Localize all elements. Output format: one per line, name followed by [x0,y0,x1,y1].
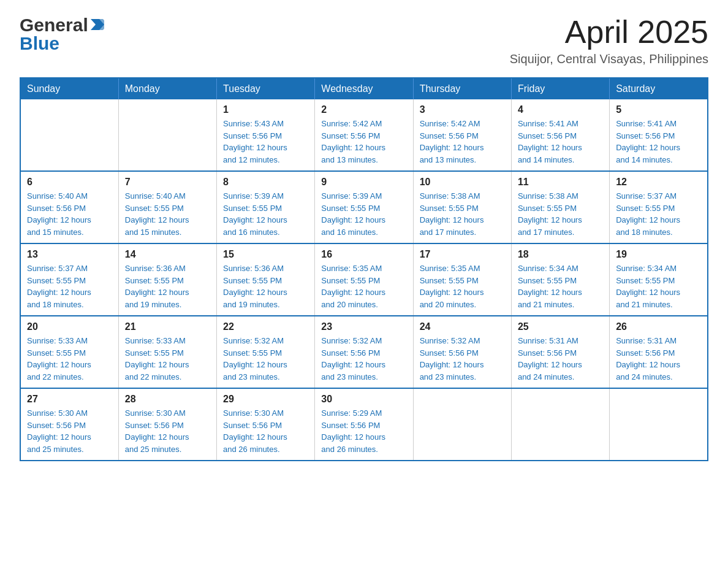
day-info: Sunrise: 5:41 AMSunset: 5:56 PMDaylight:… [518,118,603,166]
calendar-cell: 24Sunrise: 5:32 AMSunset: 5:56 PMDayligh… [413,316,511,388]
day-info: Sunrise: 5:40 AMSunset: 5:56 PMDaylight:… [27,190,112,238]
calendar-day-header: Monday [118,78,216,99]
calendar-table: SundayMondayTuesdayWednesdayThursdayFrid… [20,77,708,461]
calendar-day-header: Sunday [20,78,118,99]
day-number: 24 [420,321,505,332]
day-info: Sunrise: 5:37 AMSunset: 5:55 PMDaylight:… [27,262,112,310]
day-info: Sunrise: 5:41 AMSunset: 5:56 PMDaylight:… [616,118,701,166]
day-number: 12 [616,177,701,188]
day-number: 26 [616,321,701,332]
day-info: Sunrise: 5:38 AMSunset: 5:55 PMDaylight:… [420,190,505,238]
calendar-cell: 28Sunrise: 5:30 AMSunset: 5:56 PMDayligh… [118,388,216,461]
page-subtitle: Siquijor, Central Visayas, Philippines [510,52,708,66]
calendar-cell: 14Sunrise: 5:36 AMSunset: 5:55 PMDayligh… [118,243,216,316]
calendar-cell: 2Sunrise: 5:42 AMSunset: 5:56 PMDaylight… [315,99,413,171]
logo-blue-text: Blue [20,33,59,54]
day-number: 30 [321,394,406,405]
calendar-cell: 11Sunrise: 5:38 AMSunset: 5:55 PMDayligh… [511,171,609,243]
day-number: 28 [125,394,210,405]
calendar-cell: 16Sunrise: 5:35 AMSunset: 5:55 PMDayligh… [315,243,413,316]
calendar-cell [413,388,511,461]
calendar-cell: 21Sunrise: 5:33 AMSunset: 5:55 PMDayligh… [118,316,216,388]
calendar-cell: 17Sunrise: 5:35 AMSunset: 5:55 PMDayligh… [413,243,511,316]
day-info: Sunrise: 5:35 AMSunset: 5:55 PMDaylight:… [420,262,505,310]
calendar-cell: 4Sunrise: 5:41 AMSunset: 5:56 PMDaylight… [511,99,609,171]
day-number: 6 [27,177,112,188]
day-info: Sunrise: 5:42 AMSunset: 5:56 PMDaylight:… [420,118,505,166]
day-info: Sunrise: 5:32 AMSunset: 5:55 PMDaylight:… [223,335,308,383]
calendar-cell: 1Sunrise: 5:43 AMSunset: 5:56 PMDaylight… [217,99,315,171]
calendar-cell: 3Sunrise: 5:42 AMSunset: 5:56 PMDaylight… [413,99,511,171]
day-number: 29 [223,394,308,405]
calendar-cell: 18Sunrise: 5:34 AMSunset: 5:55 PMDayligh… [511,243,609,316]
calendar-cell: 7Sunrise: 5:40 AMSunset: 5:55 PMDaylight… [118,171,216,243]
calendar-header-row: SundayMondayTuesdayWednesdayThursdayFrid… [20,78,708,99]
day-number: 16 [321,249,406,260]
day-number: 11 [518,177,603,188]
calendar-cell: 10Sunrise: 5:38 AMSunset: 5:55 PMDayligh… [413,171,511,243]
calendar-cell: 13Sunrise: 5:37 AMSunset: 5:55 PMDayligh… [20,243,118,316]
day-info: Sunrise: 5:36 AMSunset: 5:55 PMDaylight:… [223,262,308,310]
calendar-cell: 12Sunrise: 5:37 AMSunset: 5:55 PMDayligh… [610,171,708,243]
day-number: 5 [616,104,701,115]
calendar-cell: 15Sunrise: 5:36 AMSunset: 5:55 PMDayligh… [217,243,315,316]
calendar-cell [20,99,118,171]
day-number: 8 [223,177,308,188]
calendar-cell: 9Sunrise: 5:39 AMSunset: 5:55 PMDaylight… [315,171,413,243]
day-info: Sunrise: 5:29 AMSunset: 5:56 PMDaylight:… [321,407,406,455]
day-info: Sunrise: 5:42 AMSunset: 5:56 PMDaylight:… [321,118,406,166]
calendar-cell: 27Sunrise: 5:30 AMSunset: 5:56 PMDayligh… [20,388,118,461]
calendar-cell: 22Sunrise: 5:32 AMSunset: 5:55 PMDayligh… [217,316,315,388]
calendar-day-header: Thursday [413,78,511,99]
day-info: Sunrise: 5:37 AMSunset: 5:55 PMDaylight:… [616,190,701,238]
day-info: Sunrise: 5:31 AMSunset: 5:56 PMDaylight:… [616,335,701,383]
day-info: Sunrise: 5:30 AMSunset: 5:56 PMDaylight:… [223,407,308,455]
day-info: Sunrise: 5:34 AMSunset: 5:55 PMDaylight:… [616,262,701,310]
calendar-week-row: 13Sunrise: 5:37 AMSunset: 5:55 PMDayligh… [20,243,708,316]
day-info: Sunrise: 5:40 AMSunset: 5:55 PMDaylight:… [125,190,210,238]
calendar-week-row: 20Sunrise: 5:33 AMSunset: 5:55 PMDayligh… [20,316,708,388]
day-info: Sunrise: 5:39 AMSunset: 5:55 PMDaylight:… [321,190,406,238]
title-area: April 2025 Siquijor, Central Visayas, Ph… [510,15,708,66]
calendar-cell: 29Sunrise: 5:30 AMSunset: 5:56 PMDayligh… [217,388,315,461]
day-number: 25 [518,321,603,332]
calendar-cell [511,388,609,461]
calendar-day-header: Saturday [610,78,708,99]
day-number: 23 [321,321,406,332]
page-header: General Blue April 2025 Siquijor, Centra… [20,15,708,66]
day-number: 21 [125,321,210,332]
day-info: Sunrise: 5:43 AMSunset: 5:56 PMDaylight:… [223,118,308,166]
calendar-cell: 5Sunrise: 5:41 AMSunset: 5:56 PMDaylight… [610,99,708,171]
calendar-cell: 6Sunrise: 5:40 AMSunset: 5:56 PMDaylight… [20,171,118,243]
calendar-cell: 30Sunrise: 5:29 AMSunset: 5:56 PMDayligh… [315,388,413,461]
day-number: 15 [223,249,308,260]
day-number: 14 [125,249,210,260]
logo: General Blue [20,15,104,54]
day-number: 27 [27,394,112,405]
calendar-week-row: 6Sunrise: 5:40 AMSunset: 5:56 PMDaylight… [20,171,708,243]
day-number: 9 [321,177,406,188]
calendar-cell: 23Sunrise: 5:32 AMSunset: 5:56 PMDayligh… [315,316,413,388]
day-info: Sunrise: 5:31 AMSunset: 5:56 PMDaylight:… [518,335,603,383]
calendar-day-header: Friday [511,78,609,99]
calendar-day-header: Tuesday [217,78,315,99]
day-number: 13 [27,249,112,260]
day-info: Sunrise: 5:36 AMSunset: 5:55 PMDaylight:… [125,262,210,310]
day-info: Sunrise: 5:30 AMSunset: 5:56 PMDaylight:… [125,407,210,455]
logo-general-text: General [20,15,104,36]
day-number: 10 [420,177,505,188]
calendar-cell: 20Sunrise: 5:33 AMSunset: 5:55 PMDayligh… [20,316,118,388]
day-number: 2 [321,104,406,115]
calendar-cell: 25Sunrise: 5:31 AMSunset: 5:56 PMDayligh… [511,316,609,388]
day-number: 22 [223,321,308,332]
logo-arrow-icon [91,19,104,30]
day-info: Sunrise: 5:38 AMSunset: 5:55 PMDaylight:… [518,190,603,238]
calendar-week-row: 1Sunrise: 5:43 AMSunset: 5:56 PMDaylight… [20,99,708,171]
day-info: Sunrise: 5:32 AMSunset: 5:56 PMDaylight:… [420,335,505,383]
day-number: 7 [125,177,210,188]
day-number: 1 [223,104,308,115]
day-number: 4 [518,104,603,115]
day-number: 20 [27,321,112,332]
page-title: April 2025 [510,15,708,50]
day-number: 17 [420,249,505,260]
